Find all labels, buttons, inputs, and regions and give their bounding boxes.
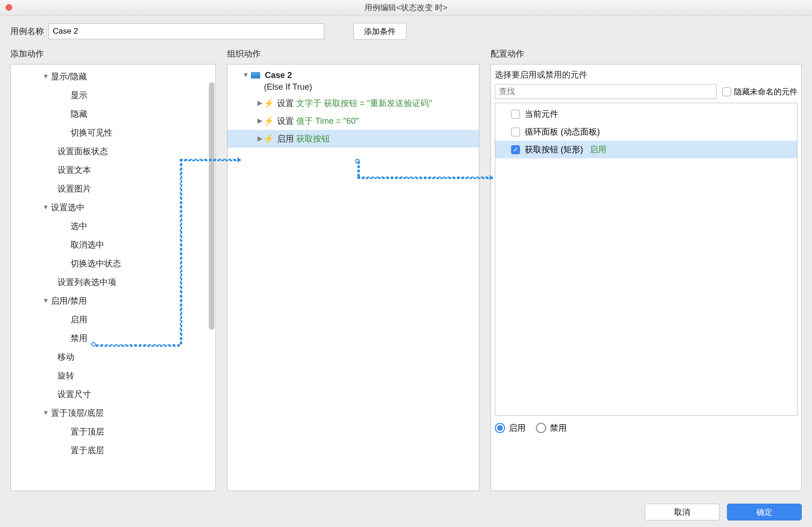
- actions-tree-panel[interactable]: ▼显示/隐藏显示隐藏切换可见性设置面板状态设置文本设置图片▼设置选中选中取消选中…: [10, 64, 216, 491]
- search-input[interactable]: [495, 84, 717, 99]
- action-item[interactable]: 置于顶层: [11, 422, 215, 441]
- scrollbar-thumb[interactable]: [209, 82, 214, 330]
- action-item[interactable]: 显示: [11, 86, 215, 105]
- action-item[interactable]: 取消选中: [11, 235, 215, 254]
- checkbox-icon: [511, 110, 520, 119]
- action-step[interactable]: ▶⚡设置 文字于 获取按钮 = "重新发送验证码": [228, 94, 479, 112]
- action-group[interactable]: ▼设置选中: [11, 198, 215, 217]
- titlebar: 用例编辑<状态改变 时>: [0, 0, 812, 15]
- ok-button[interactable]: 确定: [727, 504, 802, 520]
- lightning-icon: ⚡: [265, 99, 272, 108]
- chevron-right-icon: ▶: [255, 99, 265, 107]
- component-item[interactable]: 循环面板 (动态面板): [495, 123, 797, 141]
- window-title: 用例编辑<状态改变 时>: [0, 2, 812, 13]
- add-action-title: 添加动作: [10, 48, 216, 59]
- checkbox-icon: [722, 87, 731, 96]
- checkbox-icon: [511, 128, 520, 136]
- action-step[interactable]: ▶⚡设置 值于 Time = "60": [228, 112, 479, 130]
- case-name-input[interactable]: [49, 23, 324, 39]
- add-condition-button[interactable]: 添加条件: [353, 23, 406, 40]
- config-prompt: 选择要启用或禁用的元件: [491, 67, 801, 84]
- lightning-icon: ⚡: [265, 116, 272, 126]
- action-item[interactable]: 设置面板状态: [11, 142, 215, 161]
- case-header[interactable]: ▼Case 2: [228, 68, 479, 82]
- chevron-down-icon: ▼: [41, 409, 51, 416]
- action-step[interactable]: ▶⚡启用 获取按钮: [228, 130, 479, 148]
- case-name-label: 用例名称: [10, 26, 44, 37]
- chevron-down-icon: ▼: [41, 203, 51, 211]
- chevron-down-icon: ▼: [41, 72, 51, 80]
- lightning-icon: ⚡: [265, 134, 272, 143]
- action-item[interactable]: 切换可见性: [11, 123, 215, 142]
- enable-disable-radios: 启用 禁用: [491, 416, 801, 434]
- action-item[interactable]: 设置列表选中项: [11, 273, 215, 292]
- case-icon: [251, 72, 260, 78]
- action-item[interactable]: 旋转: [11, 366, 215, 385]
- component-item[interactable]: ✓获取按钮 (矩形) 启用: [495, 141, 797, 158]
- case-name-row: 用例名称 添加条件: [0, 15, 812, 43]
- organize-panel[interactable]: ▼Case 2(Else If True)▶⚡设置 文字于 获取按钮 = "重新…: [227, 64, 479, 491]
- action-group[interactable]: ▼显示/隐藏: [11, 67, 215, 86]
- case-condition: (Else If True): [228, 82, 479, 94]
- action-item[interactable]: 设置尺寸: [11, 385, 215, 404]
- dialog-footer: 取消 确定: [645, 504, 802, 520]
- radio-enable[interactable]: [495, 423, 505, 433]
- hide-unnamed-label: 隐藏未命名的元件: [734, 86, 798, 97]
- action-item[interactable]: 设置文本: [11, 161, 215, 179]
- action-item[interactable]: 切换选中状态: [11, 254, 215, 273]
- action-item[interactable]: 设置图片: [11, 179, 215, 198]
- action-group[interactable]: ▼置于顶层/底层: [11, 404, 215, 422]
- chevron-down-icon: ▼: [41, 297, 51, 304]
- component-item[interactable]: 当前元件: [495, 105, 797, 123]
- action-item[interactable]: 隐藏: [11, 105, 215, 123]
- config-action-title: 配置动作: [491, 48, 802, 59]
- action-item[interactable]: 移动: [11, 348, 215, 366]
- organize-action-title: 组织动作: [227, 48, 479, 59]
- config-panel: 选择要启用或禁用的元件 隐藏未命名的元件 当前元件循环面板 (动态面板)✓获取按…: [491, 64, 802, 491]
- action-group[interactable]: ▼启用/禁用: [11, 292, 215, 310]
- action-item[interactable]: 置于底层: [11, 441, 215, 460]
- component-list[interactable]: 当前元件循环面板 (动态面板)✓获取按钮 (矩形) 启用: [495, 103, 798, 416]
- hide-unnamed-checkbox[interactable]: 隐藏未命名的元件: [722, 86, 798, 97]
- disable-label: 禁用: [550, 422, 567, 434]
- chevron-down-icon: ▼: [241, 71, 251, 78]
- action-item[interactable]: 选中: [11, 217, 215, 235]
- action-item[interactable]: 启用: [11, 310, 215, 329]
- checkbox-icon: ✓: [511, 145, 520, 154]
- enable-label: 启用: [509, 422, 526, 434]
- chevron-right-icon: ▶: [255, 117, 265, 124]
- cancel-button[interactable]: 取消: [645, 504, 719, 520]
- radio-disable[interactable]: [536, 423, 546, 433]
- chevron-right-icon: ▶: [255, 135, 265, 142]
